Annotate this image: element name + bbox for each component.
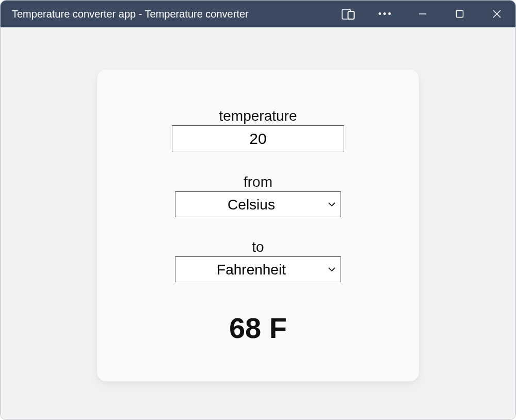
temperature-label: temperature [219, 108, 297, 124]
temperature-group: temperature [172, 108, 344, 152]
titlebar-controls: ••• [330, 1, 515, 27]
to-select-wrap: Fahrenheit [175, 256, 341, 282]
close-icon [492, 9, 502, 19]
from-label: from [244, 174, 272, 190]
maximize-button[interactable] [441, 1, 478, 27]
more-icon: ••• [378, 9, 393, 19]
minimize-button[interactable] [404, 1, 441, 27]
temperature-input[interactable] [172, 125, 344, 152]
result-value: 68 F [229, 311, 287, 345]
titlebar: Temperature converter app - Temperature … [1, 1, 515, 27]
to-label: to [252, 239, 264, 255]
minimize-icon [418, 9, 427, 19]
svg-rect-1 [348, 11, 354, 19]
svg-rect-4 [457, 11, 463, 18]
maximize-icon [456, 10, 464, 18]
from-select-wrap: Celsius [175, 191, 341, 217]
converter-card: temperature from Celsius to [97, 70, 419, 381]
to-group: to Fahrenheit [175, 239, 341, 282]
client-area: temperature from Celsius to [1, 27, 515, 419]
tablet-mode-icon [342, 8, 355, 20]
app-window: Temperature converter app - Temperature … [0, 0, 516, 420]
tablet-mode-button[interactable] [330, 1, 367, 27]
from-group: from Celsius [175, 174, 341, 217]
to-select[interactable]: Fahrenheit [175, 256, 341, 282]
window-title: Temperature converter app - Temperature … [12, 8, 330, 20]
more-button[interactable]: ••• [367, 1, 404, 27]
from-select[interactable]: Celsius [175, 191, 341, 217]
close-button[interactable] [478, 1, 515, 27]
